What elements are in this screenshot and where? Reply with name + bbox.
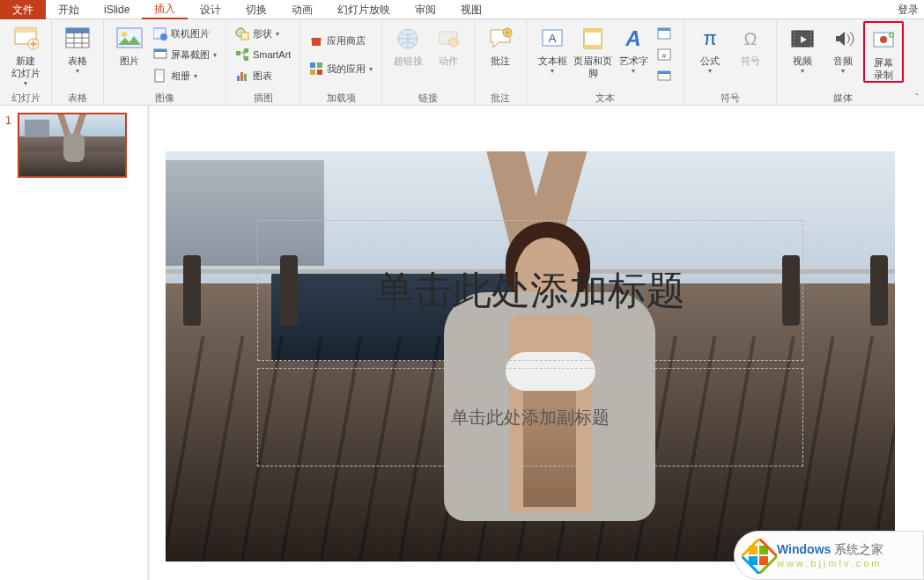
shapes-button[interactable]: 形状 ▾ <box>232 23 294 44</box>
tab-islide[interactable]: iSlide <box>92 0 142 19</box>
store-icon <box>309 33 323 48</box>
svg-point-46 <box>880 36 887 43</box>
datetime-button[interactable] <box>654 23 678 44</box>
chevron-down-icon: ▾ <box>551 67 554 75</box>
svg-text:#: # <box>662 52 667 60</box>
smartart-button[interactable]: SmartArt <box>232 44 294 65</box>
screen-recording-button[interactable]: 屏幕 录制 <box>863 21 904 83</box>
svg-text:A: A <box>625 27 641 50</box>
action-label: 动作 <box>439 55 458 67</box>
ribbon: 新建 幻灯片 ▾ 幻灯片 表格 ▾ 表格 图片 <box>0 19 924 106</box>
svg-rect-15 <box>236 51 240 55</box>
group-text: A 文本框 ▾ 页眉和页脚 A 艺术字 ▾ # 文本 <box>527 19 684 105</box>
chevron-down-icon: ▾ <box>276 30 279 38</box>
tab-insert[interactable]: 插入 <box>142 0 188 19</box>
slide-thumbnail-1[interactable]: 1 <box>0 113 147 178</box>
chevron-down-icon: ▾ <box>632 67 635 75</box>
audio-button[interactable]: 音频 ▾ <box>823 21 863 75</box>
svg-rect-34 <box>584 45 602 48</box>
svg-rect-21 <box>312 40 321 46</box>
tab-transition[interactable]: 切换 <box>233 0 279 19</box>
chart-icon <box>235 69 249 83</box>
tab-review[interactable]: 审阅 <box>403 0 448 19</box>
collapse-ribbon-button[interactable]: ˆ <box>915 92 919 103</box>
tab-design[interactable]: 设计 <box>188 0 233 19</box>
tab-slideshow[interactable]: 幻灯片放映 <box>325 0 403 19</box>
group-symbols: π 公式 ▾ Ω 符号 符号 <box>684 19 777 105</box>
slidenumber-icon: # <box>657 48 671 62</box>
group-label-tables: 表格 <box>57 91 98 105</box>
chevron-down-icon: ▾ <box>213 51 217 59</box>
group-label-comments: 批注 <box>480 91 521 105</box>
tab-home[interactable]: 开始 <box>46 0 92 19</box>
svg-rect-12 <box>157 71 162 76</box>
header-footer-button[interactable]: 页眉和页脚 <box>573 21 613 79</box>
group-label-media: 媒体 <box>782 91 904 105</box>
group-slides: 新建 幻灯片 ▾ 幻灯片 <box>0 19 52 105</box>
group-label-text: 文本 <box>532 91 678 105</box>
tab-view[interactable]: 视图 <box>448 0 494 19</box>
object-button[interactable] <box>654 65 678 86</box>
slidenumber-button[interactable]: # <box>654 44 678 65</box>
online-picture-label: 联机图片 <box>171 27 210 40</box>
my-apps-button[interactable]: 我的应用 ▾ <box>306 58 376 79</box>
slide-canvas[interactable]: 单击此处添加标题 单击此处添加副标题 <box>150 106 924 580</box>
screenshot-button[interactable]: 屏幕截图 ▾ <box>150 44 220 65</box>
group-links: 超链接 动作 链接 <box>382 19 475 105</box>
store-button[interactable]: 应用商店 <box>306 30 376 51</box>
new-slide-button[interactable]: 新建 幻灯片 ▾ <box>5 21 46 87</box>
slide: 单击此处添加标题 单击此处添加副标题 <box>166 151 895 562</box>
video-button[interactable]: 视频 ▾ <box>782 21 823 75</box>
comment-button[interactable]: 批注 <box>480 21 521 67</box>
tab-animation[interactable]: 动画 <box>279 0 325 19</box>
wordart-label: 艺术字 <box>619 55 648 67</box>
hyperlink-button[interactable]: 超链接 <box>388 21 428 67</box>
comment-icon <box>486 25 514 53</box>
slide-thumbnail-panel: 1 <box>0 106 150 580</box>
photo-album-button[interactable]: 相册 ▾ <box>150 65 220 86</box>
svg-point-28 <box>449 38 458 47</box>
subtitle-placeholder[interactable]: 单击此处添加副标题 <box>257 368 803 466</box>
sign-in-link[interactable]: 登录 <box>898 0 919 19</box>
online-picture-button[interactable]: 联机图片 <box>150 23 220 44</box>
svg-rect-24 <box>310 70 315 75</box>
title-placeholder[interactable]: 单击此处添加标题 <box>257 220 803 361</box>
equation-button[interactable]: π 公式 ▾ <box>690 21 730 75</box>
svg-rect-1 <box>15 28 36 33</box>
symbol-button[interactable]: Ω 符号 <box>730 21 771 67</box>
textbox-button[interactable]: A 文本框 ▾ <box>532 21 573 75</box>
my-apps-label: 我的应用 <box>327 62 366 76</box>
group-label-links: 链接 <box>388 91 469 105</box>
slide-number: 1 <box>5 113 18 127</box>
svg-rect-19 <box>240 72 243 81</box>
wordart-button[interactable]: A 艺术字 ▾ <box>613 21 654 75</box>
audio-icon <box>829 25 857 53</box>
chevron-down-icon: ▾ <box>708 67 712 75</box>
wordart-icon: A <box>619 25 647 53</box>
group-label-slides: 幻灯片 <box>5 91 46 105</box>
textbox-label: 文本框 <box>538 55 567 67</box>
chevron-down-icon: ▾ <box>194 72 197 80</box>
group-comments: 批注 批注 <box>475 19 527 105</box>
table-button[interactable]: 表格 ▾ <box>57 21 98 75</box>
chart-button[interactable]: 图表 <box>232 65 294 86</box>
subtitle-placeholder-text: 单击此处添加副标题 <box>451 406 610 429</box>
datetime-icon <box>657 26 671 40</box>
svg-rect-14 <box>241 33 248 40</box>
svg-text:π: π <box>704 27 717 49</box>
screen-recording-label: 屏幕 录制 <box>874 56 893 81</box>
chevron-down-icon: ▾ <box>24 79 27 87</box>
smartart-icon <box>235 48 249 62</box>
store-label: 应用商店 <box>327 34 366 48</box>
new-slide-label: 新建 幻灯片 <box>11 55 41 79</box>
tab-file[interactable]: 文件 <box>0 0 46 19</box>
group-label-addins: 加载项 <box>306 91 376 105</box>
new-slide-icon <box>11 25 40 53</box>
header-footer-icon <box>579 25 607 53</box>
album-label: 相册 <box>171 70 190 83</box>
picture-button[interactable]: 图片 <box>109 21 150 67</box>
svg-text:A: A <box>549 32 557 45</box>
album-icon <box>153 69 167 83</box>
group-label-symbols: 符号 <box>690 91 771 105</box>
action-button[interactable]: 动作 <box>428 21 469 67</box>
